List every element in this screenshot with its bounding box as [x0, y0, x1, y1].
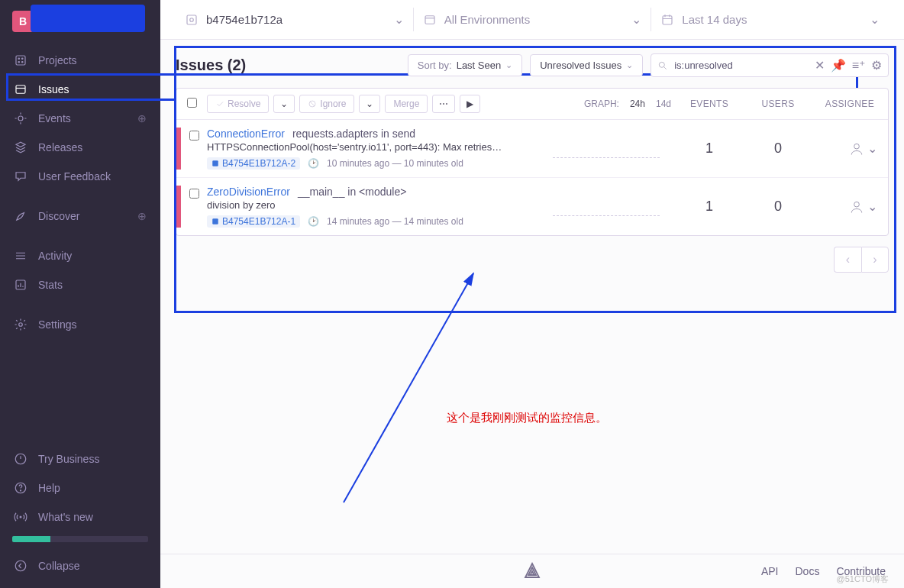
chevron-down-icon: ⌄ — [867, 199, 877, 214]
sort-dropdown[interactable]: Sort by: Last Seen ⌄ — [408, 54, 522, 76]
issue-tag[interactable]: B4754E1B712A-2 — [207, 157, 300, 170]
ignore-button[interactable]: Ignore — [299, 95, 354, 113]
clear-search-icon[interactable]: ✕ — [815, 58, 825, 73]
row-checkbox[interactable] — [189, 131, 199, 141]
help-icon — [14, 481, 27, 495]
svg-point-4 — [22, 62, 24, 63]
broadcast-icon — [14, 510, 27, 524]
page-footer: API Docs Contribute @51CTO博客 — [160, 554, 904, 588]
svg-point-12 — [20, 516, 22, 519]
search-input[interactable] — [674, 60, 809, 71]
play-button[interactable]: ▶ — [460, 95, 480, 113]
assignee-picker[interactable]: ⌄ — [809, 186, 877, 228]
project-selector[interactable]: b4754e1b712a ⌄ — [176, 8, 414, 31]
sidebar-item-activity[interactable]: Activity — [0, 241, 160, 270]
prev-page-button[interactable]: ‹ — [834, 247, 861, 273]
plus-badge-icon: ⊕ — [137, 112, 147, 124]
environment-selector-label: All Environments — [444, 13, 531, 26]
search-bar[interactable]: ✕ 📌 ≡⁺ ⚙ — [651, 53, 889, 77]
chevron-down-icon: ⌄ — [870, 12, 880, 27]
resolve-dropdown[interactable]: ⌄ — [273, 95, 295, 113]
issue-title-link[interactable]: ZeroDivisionError — [207, 186, 290, 198]
svg-rect-20 — [212, 160, 218, 166]
project-selector-label: b4754e1b712a — [206, 13, 282, 26]
sidebar-item-events[interactable]: Events ⊕ — [0, 104, 160, 133]
table-row: ZeroDivisionError __main__ in <module> d… — [176, 178, 888, 235]
resolve-button[interactable]: Resolve — [207, 95, 269, 113]
more-actions-button[interactable]: ⋯ — [432, 95, 455, 113]
sentry-logo-icon — [523, 561, 541, 582]
issue-tag[interactable]: B4754E1B712A-1 — [207, 215, 300, 228]
sidebar-item-label: Settings — [38, 318, 77, 331]
issue-description: HTTPSConnectionPool(host='sentry.io11', … — [207, 141, 541, 153]
sidebar-item-stats[interactable]: Stats — [0, 270, 160, 299]
sidebar-item-label: Collapse — [38, 560, 79, 572]
assignee-picker[interactable]: ⌄ — [809, 128, 877, 170]
power-icon — [14, 452, 27, 466]
svg-point-2 — [22, 58, 24, 60]
environment-selector[interactable]: All Environments ⌄ — [414, 8, 652, 31]
issue-time: 10 minutes ago — 10 minutes old — [327, 158, 463, 169]
svg-rect-5 — [16, 86, 25, 94]
sidebar-item-settings[interactable]: Settings — [0, 310, 160, 339]
quota-progress-fill — [12, 536, 50, 542]
save-search-icon[interactable]: ≡⁺ — [852, 58, 865, 73]
chevron-down-icon: ⌄ — [394, 12, 404, 27]
chevron-down-icon: ⌄ — [631, 12, 641, 27]
select-all-checkbox[interactable] — [187, 98, 197, 108]
svg-point-1 — [18, 58, 20, 60]
stats-icon — [14, 278, 27, 292]
events-count[interactable]: 1 — [671, 186, 747, 228]
graph-range-24h[interactable]: 24h — [630, 99, 645, 109]
row-checkbox[interactable] — [189, 189, 199, 199]
sidebar-item-releases[interactable]: Releases — [0, 133, 160, 162]
sidebar-item-try-business[interactable]: Try Business — [0, 444, 160, 473]
svg-point-23 — [854, 202, 860, 207]
ignore-dropdown[interactable]: ⌄ — [359, 95, 380, 113]
graph-range-14d[interactable]: 14d — [656, 99, 671, 109]
footer-link-docs[interactable]: Docs — [796, 565, 820, 577]
sidebar-item-issues[interactable]: Issues — [0, 75, 160, 104]
merge-button[interactable]: Merge — [385, 95, 428, 113]
footer-link-api[interactable]: API — [761, 565, 779, 577]
issue-description: division by zero — [207, 199, 541, 211]
users-count[interactable]: 0 — [747, 186, 809, 228]
sidebar-item-user-feedback[interactable]: User Feedback — [0, 162, 160, 191]
discover-icon — [14, 209, 27, 223]
plus-badge-icon: ⊕ — [137, 210, 147, 222]
svg-point-18 — [659, 62, 664, 67]
sidebar-collapse[interactable]: Collapse — [0, 551, 160, 580]
issue-title-link[interactable]: ConnectionError — [207, 128, 285, 140]
project-icon — [185, 13, 199, 27]
issue-source: __main__ in <module> — [298, 186, 406, 198]
sidebar-item-help[interactable]: Help — [0, 473, 160, 502]
svg-point-8 — [19, 323, 23, 327]
filter-dropdown[interactable]: Unresolved Issues ⌄ — [530, 54, 643, 76]
calendar-icon — [660, 13, 674, 27]
page-title: Issues (2) — [176, 57, 400, 74]
users-count[interactable]: 0 — [747, 128, 809, 170]
next-page-button[interactable]: › — [861, 247, 889, 273]
events-count[interactable]: 1 — [671, 128, 747, 170]
sidebar: B Projects Issues Events ⊕ Releases User… — [0, 0, 160, 588]
svg-point-11 — [20, 490, 21, 491]
svg-rect-22 — [212, 218, 218, 225]
sidebar-item-whats-new[interactable]: What's new — [0, 502, 160, 531]
sidebar-item-label: Releases — [38, 141, 82, 153]
events-icon — [14, 111, 27, 125]
graph-header: GRAPH: — [584, 99, 619, 109]
org-switcher[interactable]: B — [0, 0, 160, 46]
sidebar-item-label: Discover — [38, 210, 79, 222]
redaction-scribble — [31, 5, 145, 32]
search-settings-icon[interactable]: ⚙ — [871, 58, 882, 73]
timerange-selector[interactable]: Last 14 days ⌄ — [651, 8, 889, 31]
sparkline — [553, 198, 660, 216]
page-content: Issues (2) Sort by: Last Seen ⌄ Unresolv… — [160, 40, 904, 286]
sidebar-item-label: Help — [38, 482, 60, 494]
chevron-down-icon: ⌄ — [626, 60, 633, 70]
sidebar-item-label: Stats — [38, 279, 63, 291]
sidebar-item-projects[interactable]: Projects — [0, 46, 160, 75]
sidebar-item-label: Projects — [38, 54, 77, 66]
pin-search-icon[interactable]: 📌 — [831, 58, 846, 73]
sidebar-item-discover[interactable]: Discover ⊕ — [0, 202, 160, 231]
